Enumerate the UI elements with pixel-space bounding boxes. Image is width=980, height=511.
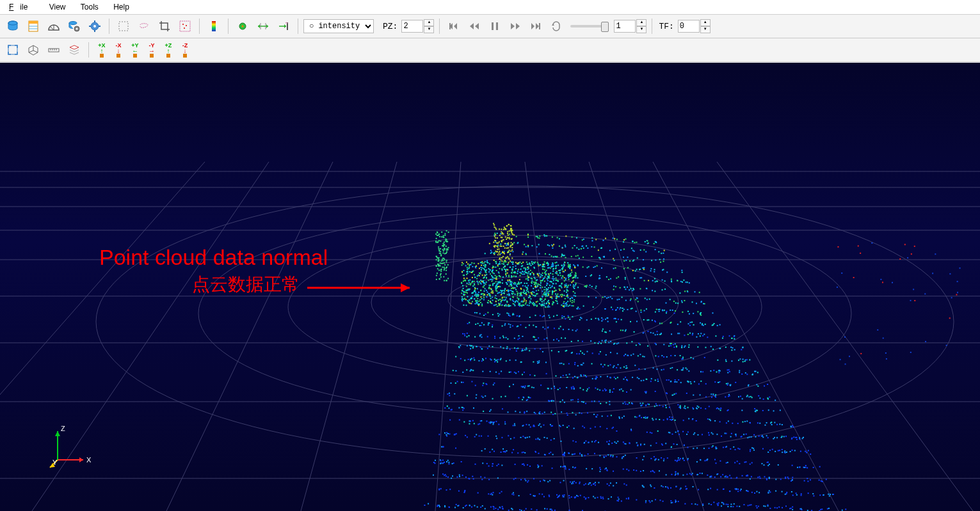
- point-marker-icon[interactable]: [234, 17, 252, 35]
- gear-icon[interactable]: [86, 17, 104, 35]
- svg-point-20: [186, 25, 187, 26]
- viewport-3d[interactable]: Point cloud data normal 点云数据正常 X Y Z: [0, 63, 980, 511]
- svg-rect-32: [496, 22, 498, 30]
- axis-gizmo: X Y Z: [45, 421, 96, 473]
- axis-plus-z[interactable]: +Z↑: [161, 42, 176, 58]
- pz-down[interactable]: ▼: [424, 26, 434, 33]
- pz-spinner[interactable]: ▲▼: [401, 19, 434, 33]
- svg-text:Y: Y: [52, 459, 58, 466]
- skip-first-icon[interactable]: [445, 17, 463, 35]
- cube-view-icon[interactable]: [24, 41, 42, 59]
- ruler-icon[interactable]: [45, 41, 63, 59]
- frame-spinner[interactable]: ▲▼: [614, 19, 647, 33]
- svg-point-21: [184, 28, 185, 29]
- lasso-select-icon[interactable]: [135, 17, 153, 35]
- pz-label: PZ:: [382, 22, 399, 31]
- frame-up[interactable]: ▲: [636, 19, 647, 26]
- crop-icon[interactable]: [156, 17, 173, 35]
- sheet-icon[interactable]: [24, 17, 42, 35]
- axis-plus-y[interactable]: +Y←: [127, 42, 143, 58]
- svg-rect-33: [539, 23, 540, 29]
- svg-point-24: [242, 26, 244, 28]
- axis-minus-x[interactable]: -X↓: [111, 42, 126, 58]
- tf-down[interactable]: ▼: [700, 26, 711, 33]
- slider-thumb[interactable]: [601, 22, 609, 32]
- loop-icon[interactable]: [547, 17, 565, 35]
- axis-buttons: +X↑ -X↓ +Y← -Y→ +Z↑ -Z↓: [94, 42, 193, 58]
- tf-up[interactable]: ▲: [700, 19, 711, 26]
- svg-text:Z: Z: [61, 425, 65, 432]
- menu-tools[interactable]: Tools: [74, 0, 105, 14]
- svg-point-8: [69, 22, 77, 25]
- protractor-icon[interactable]: [45, 17, 63, 35]
- toolbar-main: ○ intensity PZ: ▲▼ ▲▼ TF: ▲▼: [0, 15, 980, 38]
- menu-file[interactable]: File: [3, 0, 40, 14]
- svg-point-12: [93, 25, 96, 28]
- skip-last-icon[interactable]: [527, 17, 545, 35]
- forward-icon[interactable]: [506, 17, 524, 35]
- color-mode-select[interactable]: ○ intensity: [303, 19, 374, 33]
- axis-minus-z[interactable]: -Z↓: [177, 42, 193, 58]
- snap-arrow-icon[interactable]: [275, 17, 293, 35]
- pz-up[interactable]: ▲: [424, 19, 434, 26]
- frame-input[interactable]: [614, 20, 636, 33]
- layers-icon[interactable]: [65, 41, 83, 59]
- tf-label: TF:: [657, 22, 675, 31]
- axis-plus-x[interactable]: +X↑: [94, 42, 109, 58]
- svg-point-10: [76, 28, 78, 30]
- svg-rect-31: [492, 22, 494, 30]
- annotation-zh: 点云数据正常: [192, 272, 300, 297]
- svg-rect-17: [119, 22, 128, 31]
- database-icon[interactable]: [4, 17, 22, 35]
- tf-input[interactable]: [678, 20, 700, 33]
- svg-rect-34: [8, 45, 17, 54]
- menu-view[interactable]: View: [43, 0, 72, 14]
- svg-rect-3: [29, 21, 38, 24]
- axis-minus-y[interactable]: -Y→: [144, 42, 159, 58]
- toolbar-view: +X↑ -X↓ +Y← -Y→ +Z↑ -Z↓: [0, 38, 980, 62]
- frame-down[interactable]: ▼: [636, 26, 647, 33]
- svg-rect-18: [180, 21, 190, 31]
- menu-help[interactable]: Help: [107, 0, 136, 14]
- fit-view-icon[interactable]: [4, 41, 22, 59]
- svg-line-7: [50, 26, 54, 30]
- svg-text:X: X: [86, 456, 92, 464]
- svg-rect-22: [212, 21, 216, 31]
- color-scale-icon[interactable]: [205, 17, 223, 35]
- frame-slider[interactable]: [570, 25, 609, 28]
- svg-point-19: [182, 24, 184, 25]
- database-gear-icon[interactable]: [65, 17, 83, 35]
- scatter-select-icon[interactable]: [176, 17, 194, 35]
- pz-input[interactable]: [401, 20, 423, 33]
- tf-spinner[interactable]: ▲▼: [678, 19, 711, 33]
- rewind-icon[interactable]: [465, 17, 483, 35]
- rectangle-select-icon[interactable]: [115, 17, 133, 35]
- point-cloud-canvas: [0, 63, 980, 511]
- annotation-arrow: [307, 280, 422, 306]
- pause-icon[interactable]: [486, 17, 504, 35]
- annotation-en: Point cloud data normal: [99, 245, 328, 270]
- width-arrows-icon[interactable]: [254, 17, 272, 35]
- menu-bar: File View Tools Help: [0, 0, 980, 15]
- svg-rect-35: [49, 49, 59, 52]
